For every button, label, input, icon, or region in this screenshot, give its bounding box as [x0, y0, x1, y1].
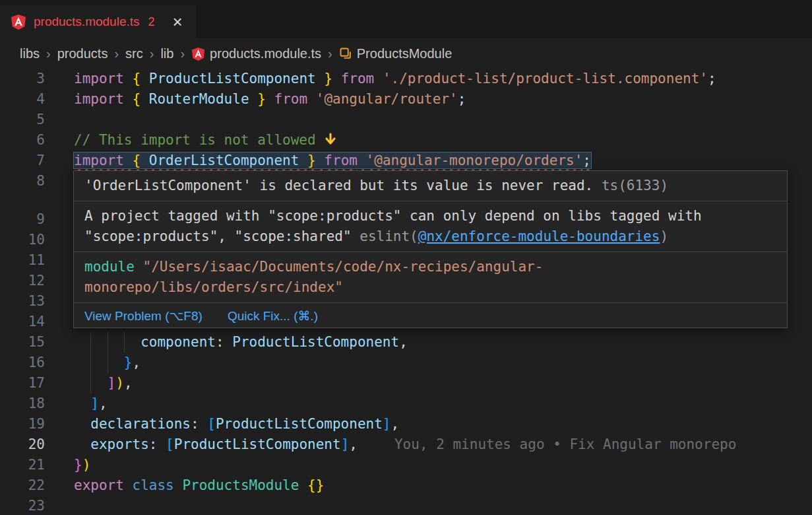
- code-content: import { ProductListComponent } from './…: [74, 69, 812, 89]
- line-number[interactable]: 11: [0, 250, 45, 271]
- editor-tab[interactable]: products.module.ts 2 ×: [0, 5, 196, 38]
- angular-icon: [11, 14, 26, 30]
- token: ]: [90, 395, 99, 411]
- line-number[interactable]: 14: [0, 312, 45, 332]
- eslint-diagnostic-message: A project tagged with "scope:products" c…: [74, 201, 787, 252]
- token: ProductsModule: [182, 477, 299, 493]
- code-line[interactable]: 16 },: [0, 353, 812, 373]
- token: from: [274, 91, 308, 107]
- breadcrumb-item-libs[interactable]: libs: [20, 46, 40, 61]
- token: :: [216, 334, 232, 350]
- token: declarations: [90, 416, 191, 432]
- line-number[interactable]: 4: [0, 89, 45, 110]
- token: ,: [399, 334, 408, 350]
- line-number[interactable]: 3: [0, 69, 45, 89]
- token: [307, 91, 316, 107]
- line-number[interactable]: 13: [0, 291, 45, 312]
- code-line[interactable]: 23: [0, 496, 812, 515]
- line-number[interactable]: 10: [0, 230, 45, 250]
- token: import: [74, 153, 124, 168]
- token: }: [74, 457, 82, 473]
- ts-diagnostic-message: 'OrderListComponent' is declared but its…: [74, 171, 787, 201]
- vscode-window: products.module.ts 2 × libs › products ›…: [0, 0, 812, 515]
- code-line[interactable]: 22export class ProductsModule {}: [0, 475, 812, 496]
- line-number[interactable]: 19: [0, 414, 45, 434]
- token: ]: [108, 375, 116, 391]
- token: '@angular/router': [316, 91, 458, 107]
- token: '@angular-monorepo/orders': [366, 153, 583, 168]
- breadcrumb-separator: ›: [46, 46, 51, 61]
- breadcrumb-item-symbol[interactable]: ProductsModule: [339, 46, 453, 61]
- indent-guide: [90, 353, 91, 373]
- indent-guide: [90, 332, 91, 353]
- breadcrumb-item-lib[interactable]: lib: [160, 46, 173, 61]
- hover-action-bar: View Problem (⌥F8) Quick Fix... (⌘.): [74, 303, 787, 328]
- code-line[interactable]: 17 ]),: [0, 373, 812, 394]
- code-line[interactable]: 7import { OrderListComponent } from '@an…: [0, 151, 812, 171]
- problems-count-badge: 2: [148, 15, 155, 29]
- diagnostic-source: ): [660, 228, 668, 244]
- module-path: "/Users/isaac/Documents/code/nx-recipes/…: [84, 259, 543, 295]
- line-number[interactable]: 5: [0, 110, 45, 130]
- token: component: [141, 334, 216, 350]
- code-line[interactable]: 15 component: ProductListComponent,: [0, 332, 812, 353]
- code-line[interactable]: 19 declarations: [ProductListComponent],: [0, 414, 812, 434]
- line-number[interactable]: 12: [0, 271, 45, 291]
- line-number[interactable]: 8: [0, 171, 45, 191]
- token: }: [257, 91, 266, 107]
- breadcrumb-item-products[interactable]: products: [57, 46, 108, 61]
- token: [74, 436, 90, 452]
- breadcrumb-item-src[interactable]: src: [125, 46, 143, 61]
- line-number[interactable]: 15: [0, 332, 45, 353]
- quick-fix-button[interactable]: Quick Fix... (⌘.): [228, 306, 318, 326]
- token: ,: [99, 395, 108, 411]
- token: ProductListComponent: [141, 71, 324, 86]
- line-number[interactable]: 9: [0, 209, 45, 230]
- token: [332, 71, 341, 86]
- line-number[interactable]: 6: [0, 130, 45, 151]
- code-line[interactable]: 5: [0, 110, 812, 130]
- token: import: [74, 71, 124, 86]
- code-line[interactable]: 18 ],: [0, 394, 812, 414]
- code-line[interactable]: 6// This import is not allowed: [0, 130, 812, 151]
- line-number[interactable]: 18: [0, 394, 45, 414]
- line-number[interactable]: 17: [0, 373, 45, 394]
- breadcrumb-item-file[interactable]: products.module.ts: [191, 46, 321, 61]
- code-line[interactable]: 20 exports: [ProductListComponent],You, …: [0, 434, 812, 455]
- token: [74, 355, 124, 370]
- token: ProductListComponent: [216, 416, 383, 432]
- line-number[interactable]: 23: [0, 496, 45, 515]
- line-number[interactable]: 16: [0, 353, 45, 373]
- code-content: export class ProductsModule {}: [74, 475, 812, 496]
- token: [124, 153, 133, 168]
- eslint-rule-link[interactable]: @nx/enforce-module-boundaries: [418, 228, 660, 244]
- code-line[interactable]: 4import { RouterModule } from '@angular/…: [0, 89, 812, 110]
- line-number[interactable]: 21: [0, 455, 45, 475]
- token: }: [124, 355, 133, 370]
- line-number[interactable]: 22: [0, 475, 45, 496]
- token: :: [191, 416, 207, 432]
- line-number[interactable]: 20: [0, 434, 45, 455]
- code-content: ],: [74, 394, 812, 414]
- code-line[interactable]: 3import { ProductListComponent } from '.…: [0, 69, 812, 89]
- token: // This import is not allowed: [74, 132, 324, 148]
- error-statement[interactable]: import { OrderListComponent } from '@ang…: [74, 153, 591, 168]
- token: ,: [124, 375, 133, 391]
- line-number[interactable]: 7: [0, 151, 45, 171]
- view-problem-button[interactable]: View Problem (⌥F8): [84, 306, 203, 326]
- token: ProductListComponent: [232, 334, 399, 350]
- token: {: [133, 91, 141, 107]
- token: ;: [708, 71, 716, 86]
- close-icon[interactable]: ×: [173, 15, 183, 28]
- code-content: },: [74, 353, 812, 373]
- token: [124, 91, 133, 107]
- token: [: [166, 436, 174, 452]
- hover-popup: 'OrderListComponent' is declared but its…: [73, 170, 788, 328]
- token: from: [324, 153, 358, 168]
- git-blame-annotation: You, 2 minutes ago • Fix Angular monorep…: [394, 436, 736, 452]
- diagnostic-source: eslint(: [359, 228, 418, 244]
- token: }: [324, 71, 332, 86]
- token: ): [82, 457, 91, 473]
- code-line[interactable]: 21}): [0, 455, 812, 475]
- code-content: import { OrderListComponent } from '@ang…: [74, 151, 812, 171]
